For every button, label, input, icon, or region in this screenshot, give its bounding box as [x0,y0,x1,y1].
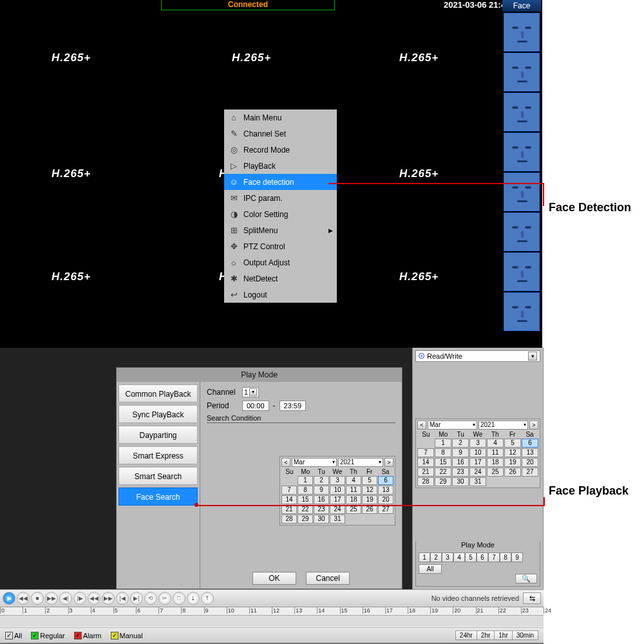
cal-day[interactable]: 25 [346,505,361,514]
legend-manual[interactable]: ✓Manual [111,632,143,639]
checkbox-icon[interactable]: ✓ [111,632,118,639]
cal-day[interactable]: 10 [330,486,345,495]
menu-item-playback[interactable]: ▷PlayBack [224,158,337,174]
timeline-track[interactable] [0,615,544,627]
cal-day[interactable]: 14 [417,458,434,467]
face-thumbnail[interactable] [504,292,540,331]
transport-button[interactable]: ◀◀ [17,592,30,605]
channel-button-6[interactable]: 6 [477,553,488,562]
channel-button-2[interactable]: 2 [430,553,442,562]
cal-day[interactable]: 19 [362,495,377,504]
channel-button-1[interactable]: 1 [419,553,430,562]
cal-day[interactable]: 27 [522,468,538,477]
mode-smart-express[interactable]: Smart Express [118,446,198,464]
transport-button[interactable]: |◀ [116,592,129,605]
cal-month-select[interactable]: Mar▾ [292,458,337,467]
cal-day[interactable]: 12 [362,486,377,495]
cal-day[interactable]: 13 [522,448,538,457]
transport-button[interactable]: ◀◀ [88,592,100,605]
face-thumbnail[interactable] [504,252,540,291]
channel-button-3[interactable]: 3 [442,553,453,562]
mode-smart-search[interactable]: Smart Search [118,467,198,485]
cal-day[interactable]: 26 [504,468,521,477]
cal-day[interactable]: 18 [487,458,504,467]
cal-day[interactable]: 31 [469,477,486,486]
cal-day[interactable]: 7 [417,448,434,457]
cal-day[interactable]: 6 [522,439,538,448]
cal-day[interactable]: 30 [314,515,329,524]
scale-tab-24hr[interactable]: 24hr [455,630,477,640]
checkbox-icon[interactable]: ✓ [31,632,39,639]
timeline[interactable]: 0123456789101112131415161718192021222324 [0,607,544,628]
scale-tab-30min[interactable]: 30min [512,630,538,640]
cal-day[interactable]: 4 [487,439,504,448]
cal-day[interactable]: 13 [378,486,393,495]
cal-day[interactable]: 25 [487,468,504,477]
cal-day[interactable]: 21 [417,468,434,477]
cal-day[interactable]: 6 [378,476,393,485]
channel-button-8[interactable]: 8 [500,553,511,562]
face-thumbnail[interactable] [504,53,540,91]
cal-day[interactable]: 7 [281,486,297,495]
channel-button-4[interactable]: 4 [453,553,465,562]
cal-day[interactable]: 22 [298,505,313,514]
cal-day[interactable]: 28 [281,515,297,524]
face-thumbnail[interactable] [504,93,540,131]
cal-day[interactable]: 2 [452,439,469,448]
menu-item-logout[interactable]: ↩Logout [224,287,337,303]
menu-item-ptz-control[interactable]: ✥PTZ Control [224,238,337,254]
cal-day[interactable]: 2 [314,476,329,485]
menu-item-splitmenu[interactable]: ⊞SplitMenu▶ [224,222,337,238]
cal-day[interactable]: 1 [298,476,313,485]
transport-button[interactable]: ▶▶ [45,592,58,605]
cal-day[interactable]: 16 [452,458,469,467]
ok-button[interactable]: OK [252,572,296,585]
scale-tab-2hr[interactable]: 2hr [477,630,495,640]
cal-day[interactable]: 9 [314,486,329,495]
menu-item-face-detection[interactable]: ☺Face detection [224,174,337,190]
face-thumbnail[interactable] [504,173,540,211]
repeat-button[interactable]: ⇆ [523,592,541,604]
search-icon-button[interactable]: 🔍 [515,574,537,583]
checkbox-icon[interactable]: ✓ [74,632,82,639]
cal-day[interactable]: 15 [435,458,451,467]
calendar-dialog[interactable]: <Mar▾2021▾>SuMoTuWeThFrSa123456789101112… [279,456,395,526]
mode-face-search[interactable]: Face Search [118,488,198,506]
channel-select[interactable]: 1▾ [242,387,259,397]
transport-button[interactable]: ✂ [158,592,171,605]
cal-next-button[interactable]: > [529,421,538,430]
cal-day[interactable]: 24 [330,505,345,514]
menu-item-record-mode[interactable]: ◎Record Mode [224,142,337,158]
cal-day[interactable]: 11 [487,448,504,457]
channel-all-button[interactable]: All [419,564,442,574]
cancel-button[interactable]: Cancel [306,572,350,585]
cal-day[interactable]: 29 [435,477,451,486]
cal-day[interactable]: 17 [469,458,486,467]
cal-day[interactable]: 23 [452,468,469,477]
cal-day[interactable]: 18 [346,495,361,504]
cal-day[interactable]: 12 [504,448,521,457]
face-thumbnail[interactable] [504,13,540,52]
cal-day[interactable]: 31 [330,515,345,524]
transport-button[interactable]: ■ [31,592,44,605]
channel-button-7[interactable]: 7 [488,553,500,562]
legend-all[interactable]: ✓All [5,632,22,639]
cal-day[interactable]: 16 [314,495,329,504]
cal-day[interactable]: 27 [378,505,393,514]
checkbox-icon[interactable]: ✓ [5,632,13,639]
cal-day[interactable]: 24 [469,468,486,477]
transport-button[interactable]: ⤓ [187,592,200,605]
cal-day[interactable]: 10 [469,448,486,457]
transport-button[interactable]: ⤒ [201,592,214,605]
period-to-input[interactable]: 23:59 [279,401,307,411]
channel-button-5[interactable]: 5 [465,553,477,562]
cal-day[interactable]: 26 [362,505,377,514]
cal-month-select[interactable]: Mar▾ [428,421,477,430]
cal-year-select[interactable]: 2021▾ [478,421,528,430]
mode-dayparting[interactable]: Dayparting [118,426,198,444]
cal-day[interactable]: 21 [281,505,297,514]
menu-item-channel-set[interactable]: ✎Channel Set [224,126,337,142]
menu-item-output-adjust[interactable]: ☼Output Adjust [224,254,337,270]
cal-day[interactable]: 11 [346,486,361,495]
cal-day[interactable]: 23 [314,505,329,514]
